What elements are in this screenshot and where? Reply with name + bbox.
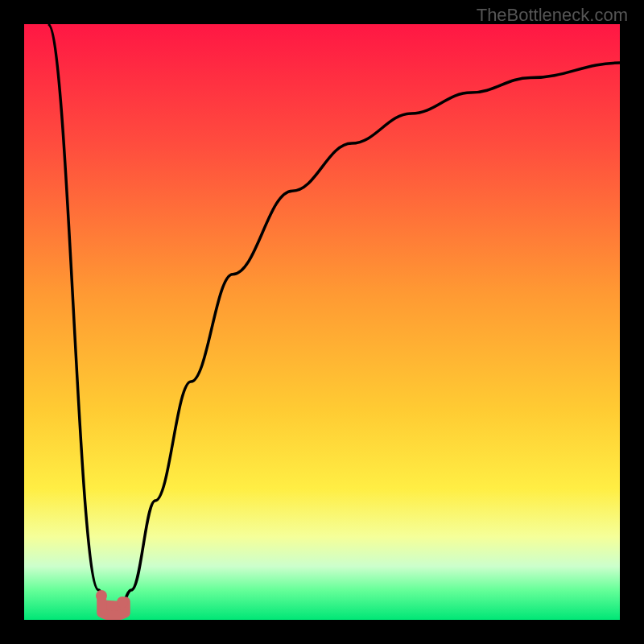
bottleneck-curve [24, 24, 620, 620]
watermark-text: TheBottleneck.com [477, 5, 628, 26]
optimal-marker [117, 597, 128, 608]
chart-container [24, 24, 620, 620]
